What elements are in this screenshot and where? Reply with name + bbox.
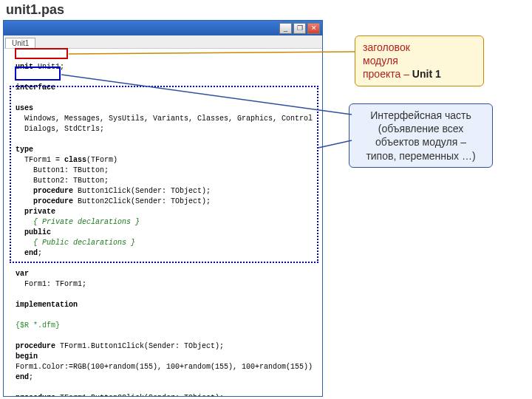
code-area: unit Unit1; interface uses Windows, Mess… bbox=[4, 49, 322, 396]
code-text: ; bbox=[29, 373, 33, 381]
code-text bbox=[16, 187, 33, 195]
code-kw: end bbox=[24, 249, 38, 257]
code-kw: procedure bbox=[16, 394, 55, 396]
code-directive: {$R *.dfm} bbox=[16, 321, 60, 330]
code-text: Button1: TButton; bbox=[16, 166, 109, 174]
code-kw: end bbox=[16, 373, 29, 381]
file-title: unit1.pas bbox=[0, 0, 532, 20]
callout-interface: Интерфейсная часть (объявление всех объе… bbox=[349, 103, 493, 168]
callout-text: заголовок bbox=[363, 41, 410, 53]
code-kw: unit bbox=[16, 63, 33, 71]
code-text bbox=[16, 228, 24, 236]
callout-text: Интерфейсная часть bbox=[370, 109, 471, 121]
titlebar: _ ❐ ✕ bbox=[4, 21, 322, 35]
callout-text: проекта – bbox=[363, 68, 412, 80]
code-text: Windows, Messages, SysUtils, Variants, C… bbox=[16, 115, 313, 123]
code-text: Unit1; bbox=[33, 63, 64, 71]
tabbar: Unit1 bbox=[4, 35, 322, 49]
code-kw: uses bbox=[16, 104, 33, 112]
code-kw: private bbox=[24, 208, 55, 216]
code-kw: var bbox=[16, 270, 29, 278]
code-text: Form1: TForm1; bbox=[16, 280, 86, 288]
callout-text: объектов модуля – bbox=[375, 136, 466, 148]
code-text: Button2: TButton; bbox=[16, 177, 109, 185]
callout-unit-name: Unit 1 bbox=[412, 68, 441, 80]
code-text bbox=[16, 197, 33, 205]
code-text: (TForm) bbox=[86, 156, 117, 164]
callout-header: заголовок модуля проекта – Unit 1 bbox=[355, 35, 484, 86]
code-comment: { Public declarations } bbox=[16, 239, 135, 247]
code-comment: { Private declarations } bbox=[16, 218, 140, 226]
code-text: Form1.Color:=RGB(100+random(155), 100+ra… bbox=[16, 363, 313, 371]
callout-text: модуля bbox=[363, 55, 398, 66]
code-kw: type bbox=[16, 146, 33, 154]
code-text: Button1Click(Sender: TObject); bbox=[73, 187, 211, 195]
code-text: Button2Click(Sender: TObject); bbox=[73, 197, 211, 205]
minimize-button[interactable]: _ bbox=[279, 23, 292, 34]
code-text bbox=[16, 208, 24, 216]
code-text: TForm1.Button1Click(Sender: TObject); bbox=[55, 342, 224, 350]
code-text: TForm1 = bbox=[16, 156, 64, 164]
close-button[interactable]: ✕ bbox=[307, 23, 320, 34]
code-kw: procedure bbox=[33, 197, 73, 205]
callout-text: типов, переменных …) bbox=[366, 150, 475, 162]
code-kw: interface bbox=[16, 83, 55, 92]
svg-line-2 bbox=[318, 140, 352, 148]
code-kw: implementation bbox=[16, 301, 78, 309]
code-text: Dialogs, StdCtrls; bbox=[16, 125, 104, 133]
editor-window: _ ❐ ✕ Unit1 unit Unit1; interface uses W… bbox=[3, 20, 323, 397]
tab-unit1[interactable]: Unit1 bbox=[5, 38, 35, 48]
code-kw: begin bbox=[16, 352, 38, 361]
code-kw: public bbox=[24, 228, 51, 236]
code-text: ; bbox=[38, 249, 42, 257]
code-kw: procedure bbox=[16, 342, 55, 350]
code-text: TForm1.Button2Click(Sender: TObject); bbox=[55, 394, 224, 396]
code-kw: class bbox=[64, 156, 86, 164]
code-kw: procedure bbox=[33, 187, 73, 195]
code-text bbox=[16, 249, 24, 257]
maximize-button[interactable]: ❐ bbox=[293, 23, 306, 34]
callout-text: (объявление всех bbox=[378, 123, 463, 134]
